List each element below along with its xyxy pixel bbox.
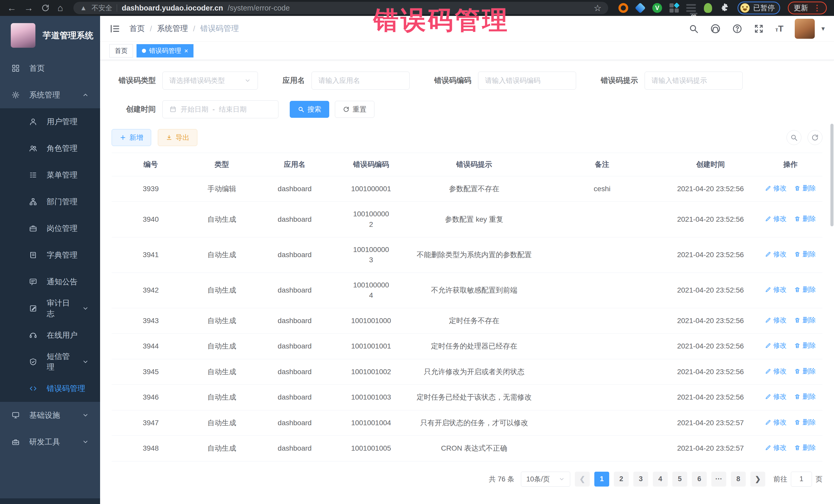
extension-grid-icon[interactable] — [669, 3, 679, 13]
delete-link[interactable]: 删除 — [794, 249, 816, 259]
edit-link[interactable]: 修改 — [765, 214, 787, 224]
scrollbar-thumb[interactable] — [830, 124, 833, 226]
extension-v-icon[interactable]: V — [652, 3, 662, 13]
table-row: 3940自动生成dashboard1001000002参数配置 key 重复20… — [112, 202, 822, 237]
browser-forward-icon[interactable]: → — [24, 3, 34, 13]
extension-proxy-icon[interactable]: on — [686, 3, 696, 13]
bookmark-star-icon[interactable]: ☆ — [594, 3, 601, 13]
hamburger-icon[interactable] — [109, 23, 120, 35]
delete-link[interactable]: 删除 — [794, 443, 816, 453]
sidebar-item-基础设施[interactable]: 基础设施 — [0, 402, 100, 429]
sidebar-item-角色管理[interactable]: 角色管理 — [0, 135, 100, 162]
delete-link[interactable]: 删除 — [794, 418, 816, 427]
app-logo[interactable]: 芋道管理系统 — [0, 16, 100, 55]
page-button-4[interactable]: 4 — [653, 472, 668, 486]
delete-link[interactable]: 删除 — [794, 214, 816, 224]
system-submenu: 用户管理角色管理菜单管理部门管理岗位管理字典管理通知公告审计日志在线用户短信管理… — [0, 108, 100, 402]
sidebar-item-研发工具[interactable]: 研发工具 — [0, 429, 100, 455]
fullscreen-icon[interactable] — [754, 24, 764, 34]
delete-link[interactable]: 删除 — [794, 183, 816, 193]
reset-button[interactable]: 重置 — [335, 101, 374, 118]
chevron-down-icon — [559, 476, 565, 482]
breadcrumb-item[interactable]: 系统管理 — [157, 23, 188, 34]
extension-key-icon[interactable] — [703, 3, 713, 13]
address-bar[interactable]: ▲ 不安全 dashboard.yudao.iocoder.cn/system/… — [73, 2, 608, 14]
next-page-button[interactable]: ❯ — [750, 472, 765, 486]
sidebar-item-岗位管理[interactable]: 岗位管理 — [0, 215, 100, 242]
extensions-puzzle-icon[interactable] — [720, 3, 730, 13]
refresh-table-button[interactable] — [808, 130, 822, 145]
delete-link[interactable]: 删除 — [794, 315, 816, 325]
page-button-2[interactable]: 2 — [614, 472, 629, 486]
browser-profile-chip[interactable]: 已暂停 — [738, 2, 780, 14]
github-icon[interactable] — [710, 23, 721, 34]
browser-reload-icon[interactable] — [41, 4, 50, 12]
sidebar-item-首页[interactable]: 首页 — [0, 55, 100, 82]
sidebar-item-系统管理[interactable]: 系统管理 — [0, 82, 100, 108]
delete-link[interactable]: 删除 — [794, 392, 816, 401]
trash-icon — [794, 368, 800, 374]
prev-page-button[interactable]: ❮ — [575, 472, 590, 486]
announcement-icon — [29, 278, 38, 286]
font-size-icon[interactable]: тT — [775, 24, 784, 34]
browser-home-icon[interactable]: ⌂ — [58, 3, 63, 13]
sidebar-item-审计日志[interactable]: 审计日志 — [0, 295, 100, 322]
edit-link[interactable]: 修改 — [765, 443, 787, 453]
sidebar-item-部门管理[interactable]: 部门管理 — [0, 188, 100, 215]
page-button-1[interactable]: 1 — [594, 472, 609, 486]
page-button-6[interactable]: 6 — [692, 472, 707, 486]
edit-link[interactable]: 修改 — [765, 392, 787, 401]
sidebar-item-通知公告[interactable]: 通知公告 — [0, 268, 100, 295]
edit-link[interactable]: 修改 — [765, 367, 787, 376]
avatar-caret-down-icon[interactable]: ▾ — [821, 25, 825, 32]
trash-icon — [794, 343, 800, 349]
error-code-input[interactable]: 请输入错误码编码 — [478, 72, 576, 90]
user-avatar[interactable] — [795, 19, 815, 39]
app-name-input[interactable]: 请输入应用名 — [311, 72, 410, 90]
export-button[interactable]: 导出 — [158, 129, 197, 146]
sidebar-item-用户管理[interactable]: 用户管理 — [0, 108, 100, 135]
breadcrumb-item[interactable]: 首页 — [129, 23, 145, 34]
page-button-3[interactable]: 3 — [633, 472, 648, 486]
delete-link[interactable]: 删除 — [794, 341, 816, 351]
sidebar-item-在线用户[interactable]: 在线用户 — [0, 322, 100, 349]
search-button[interactable]: 搜索 — [290, 101, 329, 118]
edit-link[interactable]: 修改 — [765, 341, 787, 351]
close-icon[interactable]: × — [184, 47, 188, 54]
pagination-total: 共 76 条 — [489, 475, 514, 484]
profile-status-label: 已暂停 — [753, 3, 775, 13]
search-icon[interactable] — [688, 24, 699, 34]
extension-gem-icon[interactable] — [635, 3, 645, 13]
error-type-select[interactable]: 请选择错误码类型 — [162, 72, 258, 90]
delete-link[interactable]: 删除 — [794, 285, 816, 294]
goto-page-input[interactable] — [791, 472, 812, 486]
browser-update-button[interactable]: 更新 ⋮ — [788, 2, 827, 14]
edit-link[interactable]: 修改 — [765, 315, 787, 325]
column-header: 备注 — [542, 153, 663, 176]
trash-icon — [794, 317, 800, 323]
sidebar-collapse-bar[interactable] — [0, 498, 100, 504]
sidebar-item-错误码管理[interactable]: 错误码管理 — [0, 375, 100, 402]
edit-link[interactable]: 修改 — [765, 418, 787, 427]
add-button[interactable]: 新增 — [112, 129, 151, 146]
create-time-range-picker[interactable]: 开始日期 - 结束日期 — [162, 100, 279, 118]
help-icon[interactable] — [732, 24, 742, 34]
tab-错误码管理[interactable]: 错误码管理× — [136, 44, 194, 58]
page-button-5[interactable]: 5 — [672, 472, 687, 486]
error-msg-input[interactable]: 请输入错误码提示 — [644, 72, 743, 90]
page-size-select[interactable]: 10条/页 — [521, 472, 570, 486]
extension-orange-icon[interactable] — [618, 3, 628, 13]
edit-link[interactable]: 修改 — [765, 249, 787, 259]
sidebar-item-短信管理[interactable]: 短信管理 — [0, 349, 100, 375]
delete-link[interactable]: 删除 — [794, 367, 816, 376]
show-search-toggle-button[interactable] — [787, 130, 802, 145]
page-button-8[interactable]: 8 — [731, 472, 746, 486]
sidebar-item-字典管理[interactable]: 字典管理 — [0, 242, 100, 268]
browser-back-icon[interactable]: ← — [7, 3, 17, 13]
browser-menu-dots-icon[interactable]: ⋮ — [813, 6, 821, 10]
edit-link[interactable]: 修改 — [765, 285, 787, 294]
edit-link[interactable]: 修改 — [765, 183, 787, 193]
more-pages-button[interactable]: ··· — [711, 472, 726, 486]
sidebar-item-菜单管理[interactable]: 菜单管理 — [0, 162, 100, 188]
tab-首页[interactable]: 首页 — [109, 44, 133, 58]
